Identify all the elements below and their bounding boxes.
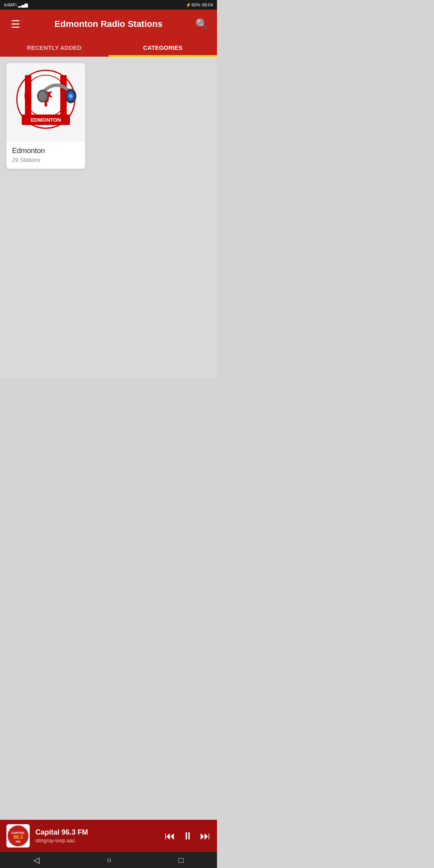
status-bar: toWiFi ▂▄▆ ⚡60% 08:04 bbox=[0, 0, 217, 10]
svg-rect-3 bbox=[25, 75, 31, 117]
tab-categories[interactable]: CATEGORIES bbox=[108, 39, 217, 57]
status-time: 08:04 bbox=[202, 2, 213, 7]
card-info: Edmonton 29 Stations bbox=[6, 142, 85, 169]
svg-text:EDMONTON: EDMONTON bbox=[31, 117, 61, 123]
status-wifi: toWiFi bbox=[4, 2, 16, 7]
tab-bar: RECENTLY ADDED CATEGORIES bbox=[0, 39, 217, 57]
tab-recently-added[interactable]: RECENTLY ADDED bbox=[0, 39, 108, 57]
svg-point-13 bbox=[69, 94, 72, 98]
card-image: EDMONTON bbox=[6, 63, 85, 142]
status-signal: ▂▄▆ bbox=[18, 2, 28, 8]
status-left: toWiFi ▂▄▆ bbox=[4, 2, 28, 8]
card-title: Edmonton bbox=[12, 147, 80, 155]
page-title: Edmonton Radio Stations bbox=[23, 19, 194, 29]
status-right: ⚡60% 08:04 bbox=[186, 2, 213, 8]
search-icon[interactable]: 🔍 bbox=[194, 18, 209, 31]
menu-icon[interactable]: ☰ bbox=[8, 18, 23, 31]
status-icons: ⚡60% bbox=[186, 2, 200, 8]
card-subtitle: 29 Stations bbox=[12, 157, 80, 163]
svg-point-9 bbox=[39, 91, 47, 101]
content-area: EDMONTON Edmonton 29 Stat bbox=[0, 57, 217, 378]
station-card[interactable]: EDMONTON Edmonton 29 Stat bbox=[6, 63, 85, 169]
app-header: ☰ Edmonton Radio Stations 🔍 bbox=[0, 10, 217, 39]
